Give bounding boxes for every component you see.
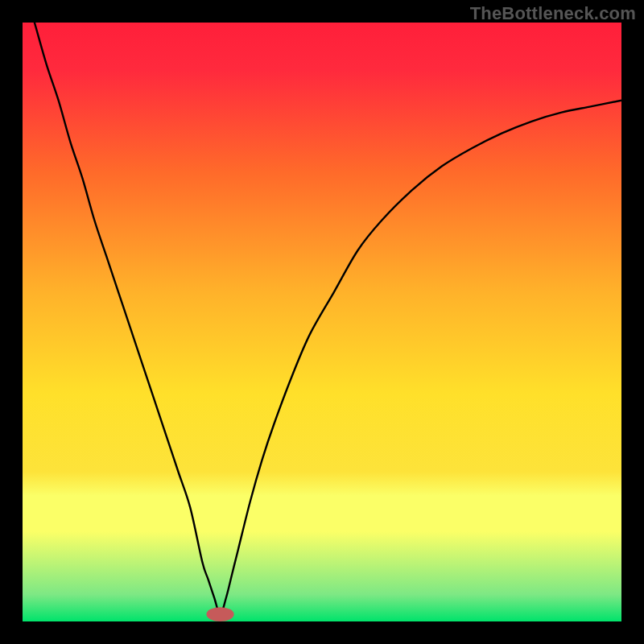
watermark-text: TheBottleneck.com <box>470 3 636 24</box>
plot-area <box>23 23 621 621</box>
chart-frame: TheBottleneck.com <box>0 0 644 644</box>
minimum-marker <box>206 607 233 621</box>
gradient-background <box>23 23 621 621</box>
bottleneck-chart <box>23 23 621 621</box>
